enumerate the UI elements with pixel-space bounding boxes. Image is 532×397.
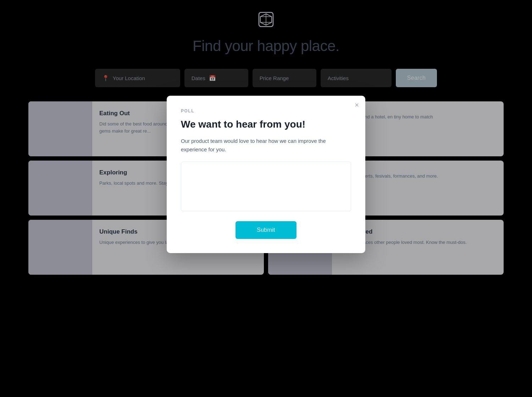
modal-tag: POLL [181,108,351,113]
modal-title: We want to hear from you! [181,118,351,130]
modal-close-button[interactable]: × [355,101,359,108]
poll-modal: × POLL We want to hear from you! Our pro… [167,96,365,253]
modal-submit-button[interactable]: Submit [235,221,297,239]
modal-feedback-textarea[interactable] [181,162,351,211]
modal-overlay: × POLL We want to hear from you! Our pro… [0,0,532,397]
modal-description: Our product team would love to hear how … [181,137,351,154]
